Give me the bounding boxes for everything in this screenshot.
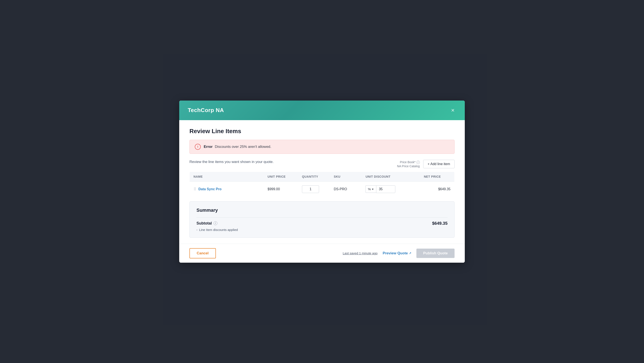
- publish-quote-button[interactable]: Publish Quote: [416, 249, 454, 258]
- discounts-row[interactable]: › Line Item discounts applied: [196, 228, 448, 232]
- price-book-info-icon[interactable]: i: [416, 161, 420, 164]
- subtotal-row: Subtotal i $649.35: [196, 221, 448, 226]
- preview-quote-button[interactable]: Preview Quote ↗: [383, 251, 411, 255]
- subtotal-text: Subtotal: [196, 221, 212, 226]
- discount-value-input[interactable]: [376, 185, 395, 193]
- subtotal-label: Subtotal i: [196, 221, 217, 226]
- discounts-label: Line Item discounts applied: [199, 228, 238, 232]
- cell-name: ⠿ Data Sync Pro: [190, 181, 264, 197]
- cell-net-price: $649.35: [420, 181, 454, 197]
- last-saved-text: Last saved 1 minute ago: [343, 251, 378, 255]
- price-book-row: Price Book* i: [397, 160, 420, 164]
- modal-footer: Cancel Last saved 1 minute ago Preview Q…: [179, 244, 465, 263]
- modal-header: TechCorp NA ×: [179, 100, 465, 120]
- col-header-quantity: QUANTITY: [298, 172, 330, 181]
- external-link-icon: ↗: [409, 252, 411, 255]
- close-button[interactable]: ×: [450, 106, 456, 114]
- modal-body: Review Line Items ! Error Discounts over…: [179, 120, 465, 244]
- drag-handle-icon[interactable]: ⠿: [194, 187, 196, 192]
- discount-type-label: %: [368, 187, 370, 191]
- table-topbar: Review the line items you want shown in …: [190, 160, 454, 168]
- subtotal-info-icon[interactable]: i: [214, 221, 217, 225]
- col-header-net-price: NET PRICE: [420, 172, 454, 181]
- preview-label: Preview Quote: [383, 251, 408, 255]
- item-name-link[interactable]: Data Sync Pro: [198, 187, 222, 191]
- col-header-unit-price: UNIT PRICE: [264, 172, 298, 181]
- cell-quantity[interactable]: [298, 181, 330, 197]
- error-message: Discounts over 25% aren't allowed.: [215, 145, 271, 149]
- cell-sku: DS-PRO: [330, 181, 362, 197]
- cancel-button[interactable]: Cancel: [190, 248, 216, 258]
- summary-title: Summary: [196, 208, 448, 213]
- modal-title: TechCorp NA: [188, 107, 224, 113]
- col-header-name: NAME: [190, 172, 264, 181]
- price-book-name: NA Price Catalog: [397, 164, 420, 168]
- cell-unit-price: $999.00: [264, 181, 298, 197]
- col-header-sku: SKU: [330, 172, 362, 181]
- error-icon: !: [195, 144, 201, 150]
- table-row: ⠿ Data Sync Pro $999.00 DS-PRO % ▼: [190, 181, 454, 197]
- error-banner: ! Error Discounts over 25% aren't allowe…: [190, 140, 454, 154]
- quantity-input[interactable]: [302, 185, 319, 193]
- footer-right: Last saved 1 minute ago Preview Quote ↗ …: [343, 249, 454, 258]
- add-line-item-button[interactable]: + Add line item: [423, 160, 454, 168]
- col-header-unit-discount: UNIT DISCOUNT: [362, 172, 420, 181]
- cell-unit-discount: % ▼: [362, 181, 420, 197]
- discount-type-select[interactable]: % ▼: [366, 185, 376, 193]
- chevron-down-icon: ▼: [372, 188, 374, 190]
- line-items-table: NAME UNIT PRICE QUANTITY SKU UNIT DISCOU…: [190, 172, 454, 197]
- summary-divider: [196, 217, 448, 218]
- price-book-label: Price Book*: [400, 160, 415, 164]
- review-text: Review the line items you want shown in …: [190, 160, 274, 164]
- section-title: Review Line Items: [190, 128, 454, 135]
- price-book-area: Price Book* i NA Price Catalog + Add lin…: [397, 160, 454, 168]
- modal-dialog: TechCorp NA × Review Line Items ! Error …: [179, 100, 465, 263]
- table-header-row: NAME UNIT PRICE QUANTITY SKU UNIT DISCOU…: [190, 172, 454, 181]
- summary-section: Summary Subtotal i $649.35 › Line Item d…: [190, 201, 454, 238]
- chevron-right-icon: ›: [196, 228, 197, 231]
- subtotal-value: $649.35: [432, 221, 448, 226]
- error-label: Error: [204, 145, 213, 149]
